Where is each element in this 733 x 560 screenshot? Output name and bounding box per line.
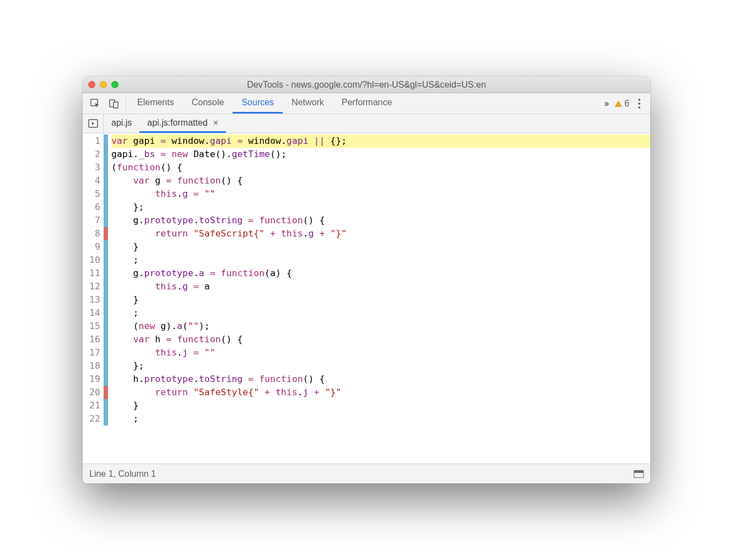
coverage-mark — [104, 386, 108, 399]
settings-menu-icon[interactable] — [635, 99, 644, 109]
code-line[interactable]: var g = function() { — [111, 174, 650, 187]
coverage-mark — [104, 254, 108, 267]
line-number[interactable]: 16 — [89, 333, 100, 346]
code-line[interactable]: g.prototype.a = function(a) { — [111, 267, 650, 280]
device-toolbar-icon[interactable] — [105, 93, 123, 114]
code-line[interactable]: } — [111, 240, 650, 254]
cursor-position: Line 1, Column 1 — [89, 469, 156, 479]
warning-count: 6 — [624, 99, 629, 109]
warning-icon — [615, 100, 622, 107]
devtools-toolbar: ElementsConsoleSourcesNetworkPerformance… — [83, 93, 650, 114]
sources-subtoolbar: api.jsapi.js:formatted× — [83, 114, 650, 133]
code-line[interactable]: } — [111, 399, 650, 412]
code-line[interactable]: gapi._bs = new Date().getTime(); — [111, 148, 650, 161]
tab-console[interactable]: Console — [183, 93, 233, 114]
code-line[interactable]: var h = function() { — [111, 333, 650, 346]
close-window-button[interactable] — [88, 81, 95, 88]
code-line[interactable]: } — [111, 293, 650, 306]
line-number[interactable]: 1 — [89, 134, 100, 148]
coverage-mark — [104, 333, 108, 346]
code-line[interactable]: h.prototype.toString = function() { — [111, 373, 650, 386]
line-number[interactable]: 19 — [89, 373, 100, 386]
more-tabs-icon[interactable]: » — [604, 99, 609, 109]
line-number[interactable]: 22 — [89, 412, 100, 426]
coverage-mark — [104, 293, 108, 306]
line-number[interactable]: 9 — [89, 240, 100, 254]
line-number[interactable]: 18 — [89, 359, 100, 373]
code-line[interactable]: ; — [111, 254, 650, 267]
coverage-mark — [104, 227, 108, 240]
coverage-gutter — [104, 133, 108, 464]
filetab[interactable]: api.js — [104, 114, 139, 133]
line-number[interactable]: 4 — [89, 174, 100, 187]
coverage-mark — [104, 412, 108, 426]
toggle-drawer-icon[interactable] — [634, 470, 644, 478]
titlebar: DevTools - news.google.com/?hl=en-US&gl=… — [83, 77, 650, 93]
line-number[interactable]: 20 — [89, 386, 100, 399]
code-line[interactable]: var gapi = window.gapi = window.gapi || … — [111, 134, 650, 148]
line-number[interactable]: 17 — [89, 346, 100, 359]
coverage-mark — [104, 187, 108, 201]
line-number[interactable]: 10 — [89, 254, 100, 267]
tab-network[interactable]: Network — [283, 93, 333, 114]
line-number[interactable]: 12 — [89, 280, 100, 293]
coverage-mark — [104, 161, 108, 174]
line-number[interactable]: 15 — [89, 320, 100, 333]
line-number[interactable]: 3 — [89, 161, 100, 174]
coverage-mark — [104, 214, 108, 227]
code-content[interactable]: var gapi = window.gapi = window.gapi || … — [108, 133, 650, 464]
code-line[interactable]: return "SafeStyle{" + this.j + "}" — [111, 386, 650, 399]
code-line[interactable]: return "SafeScript{" + this.g + "}" — [111, 227, 650, 240]
coverage-mark — [104, 373, 108, 386]
code-line[interactable]: (new g).a(""); — [111, 320, 650, 333]
panel-tabs: ElementsConsoleSourcesNetworkPerformance — [128, 93, 401, 114]
code-line[interactable]: this.j = "" — [111, 346, 650, 359]
code-line[interactable]: ; — [111, 306, 650, 320]
status-bar: Line 1, Column 1 — [83, 464, 650, 483]
line-number[interactable]: 6 — [89, 201, 100, 214]
devtools-window: DevTools - news.google.com/?hl=en-US&gl=… — [83, 77, 650, 483]
line-number[interactable]: 21 — [89, 399, 100, 412]
coverage-mark — [104, 134, 108, 148]
inspect-element-icon[interactable] — [86, 93, 105, 114]
close-icon[interactable]: × — [213, 118, 218, 128]
code-line[interactable]: (function() { — [111, 161, 650, 174]
coverage-mark — [104, 174, 108, 187]
line-number[interactable]: 14 — [89, 306, 100, 320]
coverage-mark — [104, 306, 108, 320]
coverage-mark — [104, 201, 108, 214]
line-number[interactable]: 13 — [89, 293, 100, 306]
code-line[interactable]: g.prototype.toString = function() { — [111, 214, 650, 227]
warnings-badge[interactable]: 6 — [615, 99, 629, 109]
separator — [126, 96, 126, 110]
code-editor[interactable]: 12345678910111213141516171819202122 var … — [83, 133, 650, 464]
coverage-mark — [104, 240, 108, 254]
line-number-gutter[interactable]: 12345678910111213141516171819202122 — [83, 133, 104, 464]
coverage-mark — [104, 346, 108, 359]
coverage-mark — [104, 320, 108, 333]
svg-rect-2 — [114, 102, 118, 108]
coverage-mark — [104, 267, 108, 280]
show-navigator-icon[interactable] — [83, 114, 104, 133]
line-number[interactable]: 7 — [89, 214, 100, 227]
code-line[interactable]: ; — [111, 412, 650, 426]
line-number[interactable]: 8 — [89, 227, 100, 240]
coverage-mark — [104, 399, 108, 412]
line-number[interactable]: 5 — [89, 187, 100, 201]
file-tabs: api.jsapi.js:formatted× — [104, 114, 226, 133]
zoom-window-button[interactable] — [111, 81, 118, 88]
tab-elements[interactable]: Elements — [128, 93, 183, 114]
filetab[interactable]: api.js:formatted× — [139, 114, 226, 133]
code-line[interactable]: this.g = a — [111, 280, 650, 293]
coverage-mark — [104, 359, 108, 373]
line-number[interactable]: 11 — [89, 267, 100, 280]
tab-sources[interactable]: Sources — [233, 93, 283, 114]
code-line[interactable]: }; — [111, 359, 650, 373]
window-controls — [88, 81, 118, 88]
code-line[interactable]: this.g = "" — [111, 187, 650, 201]
coverage-mark — [104, 148, 108, 161]
minimize-window-button[interactable] — [100, 81, 107, 88]
tab-performance[interactable]: Performance — [333, 93, 401, 114]
line-number[interactable]: 2 — [89, 148, 100, 161]
code-line[interactable]: }; — [111, 201, 650, 214]
